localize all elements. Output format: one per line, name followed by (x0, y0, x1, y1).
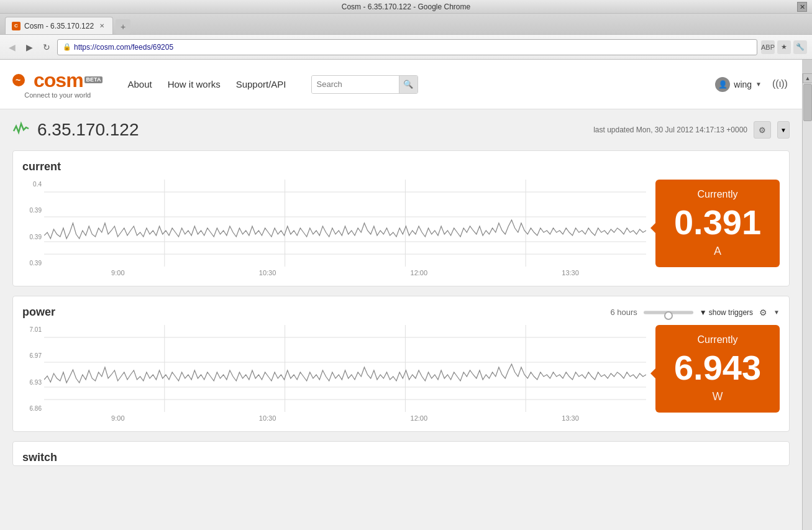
feed-title: 6.35.170.122 (37, 120, 139, 140)
datastream-card-power: power 6 hours ▼ show triggers (12, 296, 790, 432)
main-area: 6.35.170.122 last updated Mon, 30 Jul 20… (0, 109, 802, 485)
feed-settings-button[interactable]: ⚙ (754, 121, 771, 139)
current-badge-current: Currently 0.391 A (655, 180, 780, 267)
datastream-card-current: current 0.4 0.39 0.39 0.39 (12, 150, 790, 286)
current-unit-power: W (713, 390, 723, 403)
chart-area-power: 7.01 6.97 6.93 6.86 (22, 325, 780, 422)
current-unit-current: A (714, 245, 721, 258)
power-dropdown-button[interactable]: ▼ (773, 309, 780, 316)
new-tab-button[interactable]: + (116, 19, 130, 34)
y-axis-power: 7.01 6.97 6.93 6.86 (22, 325, 44, 412)
page-content: ~ cosm BETA Connect to your world About … (0, 60, 802, 530)
chart-area-current: 0.4 0.39 0.39 0.39 (22, 180, 780, 276)
how-it-works-link[interactable]: How it works (168, 79, 221, 89)
slider-thumb[interactable] (664, 311, 673, 320)
nav-links: About How it works Support/API (127, 79, 286, 89)
datastream-name-power: power (22, 306, 55, 319)
datastream-header-current: current (22, 160, 780, 173)
scrollbar[interactable]: ▲ ▼ (802, 73, 812, 530)
time-range-label: 6 hours (610, 308, 637, 317)
url-bar[interactable]: 🔒 https://cosm.com/feeds/69205 (57, 39, 757, 55)
currently-label-power: Currently (698, 334, 738, 345)
user-avatar: 👤 (715, 77, 730, 92)
about-link[interactable]: About (127, 79, 152, 89)
user-dropdown-icon: ▼ (755, 81, 762, 88)
current-value-power: 6.943 (674, 350, 761, 385)
x-axis-power: 9:00 10:30 12:00 13:30 (22, 414, 646, 422)
browser-titlebar: Cosm - 6.35.170.122 - Google Chrome ✕ (0, 0, 812, 14)
badge-arrow-power (650, 367, 657, 380)
last-updated-text: last updated Mon, 30 Jul 2012 14:17:13 +… (593, 126, 747, 134)
datastream-name-current: current (22, 160, 61, 173)
user-menu[interactable]: 👤 wing ▼ (715, 77, 762, 92)
search-input[interactable] (312, 76, 399, 93)
datastream-header-power: power 6 hours ▼ show triggers (22, 306, 780, 319)
adblock-button[interactable]: ABP (761, 40, 775, 54)
nav-right: 👤 wing ▼ ((ι)) (715, 76, 790, 92)
cosm-flame-icon: ~ (12, 71, 31, 89)
y-label: 0.4 (22, 181, 42, 188)
x-axis-current: 9:00 10:30 12:00 13:30 (22, 269, 646, 276)
browser-actions: ABP ★ 🔧 (761, 40, 807, 54)
current-value-current: 0.391 (674, 205, 761, 240)
show-triggers-button[interactable]: ▼ show triggers (700, 308, 753, 317)
chart-power (44, 325, 646, 412)
show-triggers-label: show triggers (709, 308, 753, 317)
y-label: 0.39 (22, 207, 42, 214)
beta-badge: BETA (84, 76, 103, 83)
datastream-name-switch: switch (22, 451, 57, 464)
tab-favicon: C (12, 22, 21, 30)
y-label: 6.97 (22, 352, 42, 359)
tab-close-button[interactable]: ✕ (98, 22, 106, 30)
x-label: 13:30 (562, 414, 579, 422)
logo-tagline: Connect to your world (24, 91, 91, 99)
wrench-button[interactable]: 🔧 (793, 40, 807, 54)
tab-bar: C Cosm - 6.35.170.122 ✕ + (0, 14, 812, 35)
tab-label: Cosm - 6.35.170.122 (24, 22, 94, 30)
svg-text:((ι)): ((ι)) (772, 78, 788, 89)
user-name: wing (734, 80, 752, 89)
y-label: 6.93 (22, 379, 42, 386)
site-logo[interactable]: ~ cosm BETA (12, 70, 103, 90)
active-tab[interactable]: C Cosm - 6.35.170.122 ✕ (5, 17, 113, 34)
support-api-link[interactable]: Support/API (236, 79, 286, 89)
y-label: 0.39 (22, 234, 42, 240)
feed-dropdown-button[interactable]: ▼ (777, 121, 790, 139)
chart-wrapper-current: 0.4 0.39 0.39 0.39 (22, 180, 646, 276)
y-label: 0.39 (22, 260, 42, 267)
x-label: 9:00 (111, 414, 124, 422)
reload-button[interactable]: ↻ (40, 40, 53, 54)
bookmark-button[interactable]: ★ (777, 40, 791, 54)
y-label: 7.01 (22, 326, 42, 333)
chart-wrapper-power: 7.01 6.97 6.93 6.86 (22, 325, 646, 422)
current-badge-container-current: Currently 0.391 A (655, 180, 780, 276)
x-label: 12:00 (411, 414, 428, 422)
site-nav: ~ cosm BETA Connect to your world About … (0, 60, 802, 109)
forward-button[interactable]: ▶ (22, 40, 36, 54)
lock-icon: 🔒 (63, 43, 71, 51)
search-button[interactable]: 🔍 (399, 75, 417, 94)
currently-label-current: Currently (698, 189, 738, 200)
scrollbar-up-button[interactable]: ▲ (803, 73, 812, 83)
close-button[interactable]: ✕ (797, 2, 807, 12)
feed-meta: last updated Mon, 30 Jul 2012 14:17:13 +… (593, 121, 790, 139)
back-button[interactable]: ◀ (5, 40, 19, 54)
x-label: 9:00 (111, 269, 124, 276)
power-settings-button[interactable]: ⚙ (759, 308, 767, 318)
badge-arrow-current (650, 222, 657, 234)
current-badge-power: Currently 6.943 W (655, 325, 780, 413)
search-box: 🔍 (311, 75, 418, 94)
datastream-card-switch: switch (12, 441, 790, 466)
scrollbar-thumb[interactable] (803, 84, 812, 121)
x-label: 10:30 (259, 414, 276, 422)
x-label: 13:30 (562, 269, 579, 276)
y-axis-current: 0.4 0.39 0.39 0.39 (22, 180, 44, 267)
feed-header: 6.35.170.122 last updated Mon, 30 Jul 20… (12, 119, 790, 141)
wifi-icon: ((ι)) (771, 76, 790, 92)
x-label: 10:30 (259, 269, 276, 276)
svg-text:~: ~ (16, 75, 21, 85)
time-range-slider[interactable] (644, 311, 693, 314)
chart-current (44, 180, 646, 267)
datastream-controls-power: 6 hours ▼ show triggers ⚙ ▼ (610, 308, 780, 318)
address-bar: ◀ ▶ ↻ 🔒 https://cosm.com/feeds/69205 ABP… (0, 35, 812, 60)
